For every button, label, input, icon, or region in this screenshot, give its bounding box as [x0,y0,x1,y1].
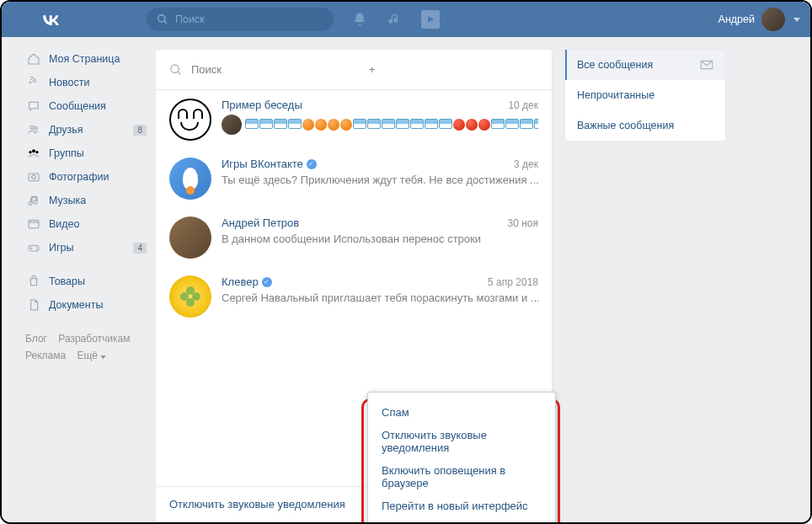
svg-line-15 [178,72,180,74]
sidebar-item-label: Фотографии [49,171,109,183]
header-search[interactable]: Поиск [147,8,334,31]
filter-label: Важные сообщения [577,120,674,131]
sidebar-item-label: Видео [49,218,80,230]
topbar-icons [352,10,440,29]
photos-icon [25,170,42,184]
filter-label: Непрочитанные [577,89,654,101]
music-icon[interactable] [387,13,401,26]
footer-links: Блог Разработчикам Реклама Ещё [17,330,155,364]
popup-item[interactable]: Включить оповещения в браузере [368,459,555,495]
sidebar-item-shop[interactable]: Товары [17,270,155,293]
dialog-date: 30 ноя [508,217,538,229]
sidebar-item-label: Музыка [49,195,86,206]
sidebar-item-photos[interactable]: Фотографии [17,165,155,189]
settings-popup: СпамОтключить звуковые уведомленияВключи… [367,392,556,524]
dialog-preview [222,115,538,135]
friends-icon [25,123,42,136]
dialog-item[interactable]: Игры ВКонтакте 3 дек Ты ещё здесь? Прикл… [156,149,552,208]
sidebar-item-label: Товары [49,275,85,287]
popup-item[interactable]: Перейти в новый интерфейс [368,495,555,517]
badge: 4 [133,243,147,254]
docs-icon [25,298,42,312]
badge: 8 [133,125,147,136]
svg-point-7 [35,151,38,153]
svg-point-4 [35,126,37,129]
sidebar-item-music[interactable]: Музыка [17,189,155,212]
dialog-item[interactable]: Пример беседы 10 дек [156,90,552,149]
svg-rect-11 [29,245,39,251]
sidebar-item-games[interactable]: Игры 4 [17,236,155,259]
svg-point-14 [171,65,179,72]
filter-item[interactable]: Непрочитанные [565,80,725,110]
sidebar: Моя Страница Новости Сообщения Друзья 8 … [17,37,155,522]
verified-icon [307,159,317,169]
dialog-preview: В данном сообщении Использован перенос с… [222,233,538,245]
dialog-name: Игры ВКонтакте [222,158,303,170]
envelope-icon [700,60,713,70]
shop-icon [25,275,42,288]
dialog-preview: Сергей Навальный приглашает тебя пораски… [222,291,538,304]
svg-point-6 [29,151,31,153]
dialog-item[interactable]: Клевер 5 апр 2018 Сергей Навальный пригл… [156,267,552,326]
sidebar-item-label: Сообщения [49,100,106,112]
video-play-icon[interactable] [421,10,440,29]
sidebar-item-label: Игры [49,242,73,254]
popup-item[interactable]: Спам [368,401,555,424]
dialog-name: Пример беседы [222,99,302,111]
sidebar-item-label: Документы [49,299,103,311]
music-icon [25,194,42,207]
sidebar-item-home[interactable]: Моя Страница [17,47,155,71]
dialog-preview: Ты ещё здесь? Приключения ждут тебя. Не … [222,174,538,186]
popup-item[interactable]: Отключить звуковые уведомления [368,424,555,459]
sidebar-item-friends[interactable]: Друзья 8 [17,118,155,142]
messages-search-placeholder: Поиск [191,63,361,76]
svg-point-3 [30,126,34,129]
sidebar-item-label: Новости [49,77,89,88]
disable-sound-link[interactable]: Отключить звуковые уведомления [169,498,345,511]
verified-icon [262,277,272,287]
dialog-name: Клевер [222,275,259,288]
search-icon [157,13,168,25]
topbar: Поиск Андрей [2,2,810,37]
footer-dev[interactable]: Разработчикам [58,333,130,345]
dialog-date: 5 апр 2018 [488,276,538,288]
sidebar-item-video[interactable]: Видео [17,212,155,236]
sidebar-item-label: Моя Страница [49,53,120,65]
footer-more[interactable]: Ещё [77,350,106,361]
sidebar-item-groups[interactable]: Группы [17,142,155,165]
footer-ads[interactable]: Реклама [25,350,66,361]
dialog-item[interactable]: Андрей Петров 30 ноя В данном сообщении … [156,208,552,267]
dialog-date: 10 дек [508,99,538,111]
dialog-date: 3 дек [514,158,538,170]
msg-icon [25,99,42,113]
vk-logo[interactable] [39,8,62,31]
sidebar-item-docs[interactable]: Документы [17,293,155,317]
sidebar-item-label: Группы [49,147,84,159]
video-icon [25,217,42,231]
svg-point-2 [29,82,32,84]
new-message-button[interactable]: + [369,63,538,76]
sidebar-item-news[interactable]: Новости [17,71,155,94]
messages-search[interactable]: Поиск + [156,50,552,90]
svg-point-9 [32,175,36,179]
user-menu[interactable]: Андрей [719,8,800,31]
svg-point-13 [36,249,37,249]
svg-point-12 [35,247,36,248]
svg-point-0 [158,15,165,22]
svg-line-1 [164,21,167,24]
filter-item[interactable]: Все сообщения [565,50,725,80]
sidebar-item-label: Друзья [49,124,83,136]
footer-blog[interactable]: Блог [25,333,47,345]
notifications-icon[interactable] [352,12,367,27]
filter-item[interactable]: Важные сообщения [565,110,725,141]
messages-panel: Поиск + Пример беседы 10 дек Игры ВКонта… [155,49,553,522]
news-icon [25,76,42,89]
sidebar-item-msg[interactable]: Сообщения [17,94,155,118]
search-icon [169,63,183,77]
dialog-name: Андрей Петров [222,217,299,229]
groups-icon [25,147,42,160]
header-search-placeholder: Поиск [175,13,205,25]
home-icon [25,52,42,66]
chevron-down-icon [793,18,800,22]
svg-point-5 [32,149,35,152]
